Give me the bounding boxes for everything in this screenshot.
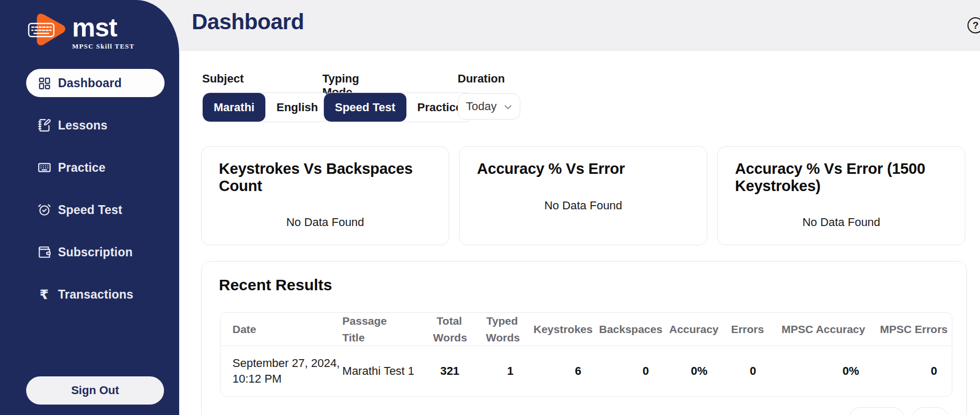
column-header-total-words[interactable]: Total Words — [424, 313, 475, 346]
logo-keyboard-triangle-icon — [27, 13, 68, 47]
cell-typed-words: 1 — [475, 346, 529, 396]
subject-toggle-group: Marathi English — [202, 92, 330, 122]
sidebar-item-lessons[interactable]: Lessons — [26, 111, 165, 139]
no-data-text: No Data Found — [460, 199, 707, 212]
column-header-keystrokes[interactable]: Keystrokes — [529, 313, 597, 346]
dashboard-grid-icon — [37, 76, 51, 90]
cell-mpsc-accuracy: 0% — [772, 346, 875, 396]
app-window: Dashboard ? mst MPSC Skill TEST — [0, 0, 980, 415]
column-header-accuracy[interactable]: Accuracy — [664, 313, 723, 346]
logo-tagline: MPSC Skill TEST — [72, 42, 135, 51]
cell-errors: 0 — [723, 346, 772, 396]
cell-total-words: 321 — [424, 346, 475, 396]
recent-results-card: Recent Results Date Passage Title Total … — [201, 261, 967, 415]
chart-card-title: Keystrokes Vs Backspaces Count — [219, 160, 433, 195]
no-data-text: No Data Found — [202, 216, 449, 229]
results-table: Date Passage Title Total Words Typed Wor… — [220, 312, 952, 397]
question-mark-icon: ? — [973, 20, 979, 31]
pagination-previous-button[interactable] — [849, 407, 904, 415]
table-row[interactable]: September 27, 2024, 10:12 PM Marathi Tes… — [220, 346, 952, 396]
chart-card-keystrokes-vs-backspaces: Keystrokes Vs Backspaces Count No Data F… — [201, 146, 449, 245]
sidebar-item-subscription[interactable]: Subscription — [26, 238, 165, 266]
duration-filter-label: Duration — [458, 72, 505, 86]
chevron-down-icon — [504, 103, 512, 112]
cell-mpsc-errors: 0 — [875, 346, 952, 396]
sidebar-item-label: Dashboard — [58, 76, 122, 90]
sidebar-item-label: Transactions — [58, 288, 133, 302]
keyboard-icon — [37, 161, 51, 175]
alarm-clock-check-icon — [37, 203, 51, 217]
sidebar-item-label: Lessons — [58, 118, 108, 133]
column-header-date[interactable]: Date — [220, 313, 342, 346]
notebook-pen-icon — [37, 118, 51, 133]
chart-card-accuracy-vs-error: Accuracy % Vs Error No Data Found — [459, 146, 707, 245]
sidebar-item-speed-test[interactable]: Speed Test — [26, 196, 165, 224]
column-header-mpsc-accuracy[interactable]: MPSC Accuracy — [772, 313, 875, 346]
chart-card-title: Accuracy % Vs Error (1500 Keystrokes) — [735, 160, 949, 195]
logo-name: mst — [72, 16, 135, 40]
sidebar-item-label: Subscription — [58, 245, 133, 259]
column-header-passage-title[interactable]: Passage Title — [342, 313, 424, 346]
pagination-next-button[interactable] — [912, 407, 949, 415]
cell-accuracy: 0% — [664, 346, 723, 396]
sidebar-item-practice[interactable]: Practice — [26, 153, 165, 182]
chart-card-title: Accuracy % Vs Error — [477, 160, 691, 177]
column-header-errors[interactable]: Errors — [723, 313, 772, 346]
rupee-icon: ₹ — [37, 288, 51, 302]
table-header-row: Date Passage Title Total Words Typed Wor… — [220, 313, 952, 346]
page-title: Dashboard — [192, 9, 304, 34]
sidebar: mst MPSC Skill TEST Dashboard — [0, 0, 179, 415]
subject-option-marathi[interactable]: Marathi — [203, 93, 265, 122]
sidebar-item-label: Speed Test — [58, 203, 122, 217]
sidebar-nav: Dashboard Lessons — [0, 69, 179, 323]
wallet-icon — [37, 245, 51, 259]
help-button[interactable]: ? — [967, 17, 980, 33]
sign-out-button[interactable]: Sign Out — [26, 376, 164, 405]
column-header-backspaces[interactable]: Backspaces — [597, 313, 665, 346]
sidebar-item-dashboard[interactable]: Dashboard — [26, 69, 165, 97]
recent-results-title: Recent Results — [219, 276, 332, 294]
cell-date: September 27, 2024, 10:12 PM — [220, 346, 342, 396]
subject-option-english[interactable]: English — [265, 93, 329, 122]
column-header-mpsc-errors[interactable]: MPSC Errors — [875, 313, 952, 346]
cell-backspaces: 0 — [597, 346, 665, 396]
app-logo[interactable]: mst MPSC Skill TEST — [27, 13, 135, 51]
chart-card-accuracy-vs-error-1500: Accuracy % Vs Error (1500 Keystrokes) No… — [717, 146, 965, 245]
cell-keystrokes: 6 — [529, 346, 597, 396]
sidebar-item-transactions[interactable]: ₹ Transactions — [26, 280, 165, 309]
column-header-typed-words[interactable]: Typed Words — [475, 313, 529, 346]
cell-passage-title: Marathi Test 1 — [342, 346, 424, 396]
duration-selected-value: Today — [466, 100, 497, 113]
typing-mode-toggle-group: Speed Test Practice — [323, 92, 473, 122]
subject-filter-label: Subject — [202, 72, 243, 86]
no-data-text: No Data Found — [718, 216, 965, 229]
typing-mode-option-speed-test[interactable]: Speed Test — [324, 93, 406, 122]
sidebar-item-label: Practice — [58, 161, 106, 175]
logo-text: mst MPSC Skill TEST — [72, 16, 135, 51]
duration-dropdown[interactable]: Today — [458, 93, 520, 120]
